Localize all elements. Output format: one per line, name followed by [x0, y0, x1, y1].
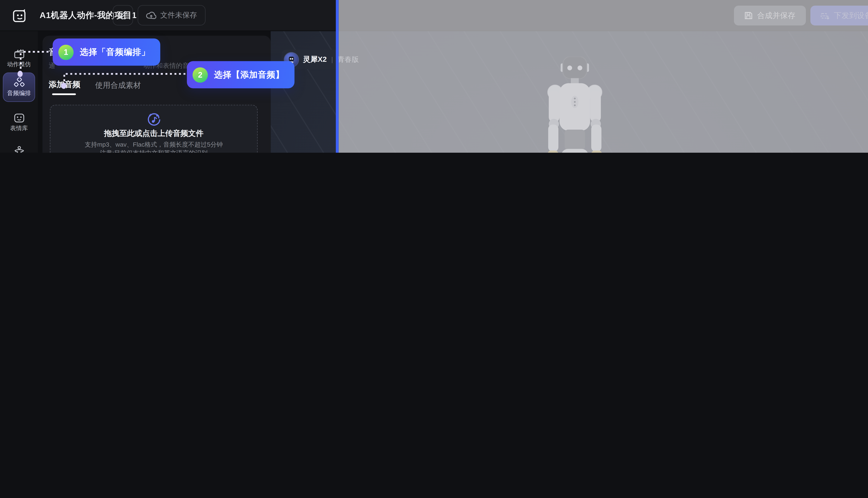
tutorial-connector-1	[24, 51, 53, 52]
deploy-to-device-button[interactable]: 下发到设备	[810, 6, 868, 26]
deploy-to-device-label: 下发到设备	[834, 10, 868, 21]
step-1-badge: 1	[58, 44, 74, 60]
motion-person-icon	[13, 146, 25, 153]
robot-name: 灵犀X2	[303, 54, 327, 65]
upload-format-hint: 支持mp3、wav、Flac格式，音频长度不超过5分钟	[50, 140, 257, 149]
tutorial-step-1[interactable]: 1 选择「音频编排」	[53, 39, 160, 66]
audio-arrange-icon	[13, 77, 25, 88]
app-stage: 灵犀X2 | 青春版 Z Y X 00:00 / 00:30 0f 2f	[0, 0, 868, 153]
sidebar-item-expression-library[interactable]: 表情库	[3, 108, 35, 137]
sidebar-item-audio-arrange[interactable]: 音频编排	[3, 73, 35, 102]
sidebar-item-label: 音频编排	[7, 89, 31, 97]
file-status-button[interactable]: 文件未保存	[138, 5, 206, 25]
rename-project-button[interactable]	[113, 5, 133, 25]
title-bar: A1机器人动作-我的项目1 文件未保存 合成并保存 下发到设备	[0, 0, 868, 31]
tutorial-connector-2-dot	[61, 82, 66, 89]
tutorial-connector-2	[66, 73, 187, 75]
cloud-unsaved-icon	[146, 11, 156, 19]
expression-face-icon	[13, 113, 25, 123]
tutorial-step-2[interactable]: 2 选择【添加音频】	[187, 61, 295, 88]
sidebar-nav: 动作模仿 音频编排 表情库 动作库 音频库 我的任务	[0, 31, 38, 153]
upload-music-icon	[146, 112, 161, 127]
robot-model[interactable]	[532, 56, 617, 153]
upload-language-hint: 注意:目前仅支持中文和英文语言的识别	[50, 149, 257, 153]
tab-use-synth-material-label: 使用合成素材	[95, 81, 141, 89]
sidebar-item-label: 表情库	[10, 124, 28, 133]
robot-download-icon	[819, 11, 829, 20]
sidebar-item-label: 动作模仿	[7, 60, 31, 68]
chip-divider: |	[331, 55, 333, 64]
tutorial-connector-1-dot	[17, 71, 23, 77]
edit-pencil-icon	[118, 11, 127, 20]
file-status-label: 文件未保存	[160, 10, 197, 21]
step-2-badge: 2	[193, 67, 208, 82]
tutorial-connector-1-drop	[20, 53, 21, 70]
synthesize-save-button[interactable]: 合成并保存	[734, 6, 806, 26]
synthesize-save-label: 合成并保存	[757, 10, 795, 21]
3d-viewport[interactable]: 灵犀X2 | 青春版 Z Y X	[271, 31, 868, 153]
active-tab-underline	[52, 93, 76, 95]
upload-title: 拖拽至此或点击上传音频文件	[50, 129, 257, 139]
step-1-text: 选择「音频编排」	[80, 47, 150, 57]
audio-upload-dropzone[interactable]: 拖拽至此或点击上传音频文件 支持mp3、wav、Flac格式，音频长度不超过5分…	[50, 105, 258, 153]
clapperboard-icon	[13, 49, 25, 58]
sidebar-item-motion-library[interactable]: 动作库	[3, 142, 35, 153]
sidebar-item-motion-imitation[interactable]: 动作模仿	[3, 43, 35, 73]
tutorial-connector-2-drop	[63, 75, 65, 82]
robot-variant: 青春版	[337, 55, 359, 64]
save-disk-icon	[744, 11, 753, 20]
step-2-text: 选择【添加音频】	[214, 69, 284, 80]
app-logo	[13, 9, 27, 23]
tab-use-synth-material[interactable]: 使用合成素材	[95, 80, 141, 91]
